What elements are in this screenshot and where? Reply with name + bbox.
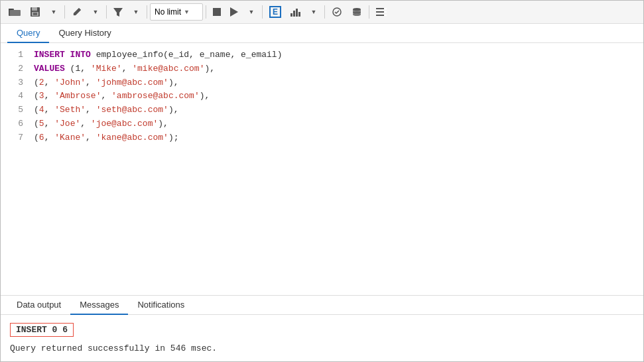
line-number: 4 [7,90,23,103]
tab-query-history[interactable]: Query History [49,24,120,43]
tab-data-output[interactable]: Data output [7,296,70,315]
line-number: 3 [7,76,23,90]
limit-chevron-icon: ▼ [184,9,190,15]
edit-button[interactable] [68,3,86,21]
play-icon [230,7,238,17]
bottom-tabs: Data output Messages Notifications [1,296,643,315]
sep3 [147,5,147,19]
filter-button[interactable] [109,3,127,21]
top-tabs: Query Query History [1,24,643,43]
line-number: 2 [7,62,23,76]
svg-marker-7 [113,8,123,17]
code-editor[interactable]: 1INSERT INTO employee_info(e_id, e_name,… [1,43,643,296]
sep6 [324,5,325,19]
line-content: VALUES (1, 'Mike', 'mike@abc.com'), [34,62,215,76]
chart-chevron-button[interactable]: ▼ [306,3,322,21]
explain-icon: E [269,6,281,18]
limit-label: No limit [155,7,181,17]
explain-button[interactable]: E [265,3,285,21]
sep5 [262,5,263,19]
db-button[interactable] [348,3,366,21]
line-content: (5, 'Joe', 'joe@abc.com'), [34,117,168,131]
save-chevron-button[interactable]: ▼ [46,3,62,21]
line-number: 7 [7,131,23,145]
tab-query[interactable]: Query [7,24,49,43]
sep2 [106,5,107,19]
tab-notifications[interactable]: Notifications [128,296,194,315]
svg-rect-2 [9,9,13,10]
svg-rect-6 [33,13,37,15]
insert-result-badge: INSERT 0 6 [10,323,74,337]
chart-icon [290,7,300,17]
open-folder-button[interactable] [5,3,25,21]
line-number: 5 [7,103,23,117]
line-number: 1 [7,48,23,62]
output-content: INSERT 0 6 Query returned successfully i… [1,315,643,361]
validate-button[interactable] [328,3,346,21]
svg-rect-4 [32,7,37,11]
line-content: INSERT INTO employee_info(e_id, e_name, … [34,48,282,62]
menu-button[interactable] [372,3,391,21]
tab-messages[interactable]: Messages [70,296,128,315]
success-message: Query returned successfully in 546 msec. [10,343,634,353]
toolbar: ▼ ▼ ▼ No limit ▼ [1,1,643,24]
line-content: (3, 'Ambrose', 'ambrose@abc.com'), [34,90,210,103]
svg-point-13 [353,13,361,16]
chart-button[interactable] [287,3,304,21]
line-content: (6, 'Kane', 'kane@abc.com'); [34,131,178,145]
sep7 [369,5,369,19]
line-content: (2, 'John', 'johm@abc.com'), [34,76,178,90]
code-line-6: 6(5, 'Joe', 'joe@abc.com'), [1,117,643,131]
save-button[interactable] [26,3,44,21]
code-line-3: 3(2, 'John', 'johm@abc.com'), [1,76,643,90]
main-window: ▼ ▼ ▼ No limit ▼ [0,0,644,362]
code-line-5: 5(4, 'Seth', 'seth@abc.com'), [1,103,643,117]
output-panel: Data output Messages Notifications INSER… [1,296,643,361]
code-line-4: 4(3, 'Ambrose', 'ambrose@abc.com'), [1,90,643,103]
svg-rect-1 [10,10,21,16]
filter-chevron-button[interactable]: ▼ [128,3,144,21]
run-button[interactable] [226,3,242,21]
sep4 [206,5,206,19]
code-line-2: 2VALUES (1, 'Mike', 'mike@abc.com'), [1,62,643,76]
run-chevron-button[interactable]: ▼ [243,3,259,21]
limit-dropdown[interactable]: No limit ▼ [150,3,203,21]
edit-chevron-button[interactable]: ▼ [88,3,103,21]
code-line-7: 7(6, 'Kane', 'kane@abc.com'); [1,131,643,145]
line-number: 6 [7,117,23,131]
code-line-1: 1INSERT INTO employee_info(e_id, e_name,… [1,48,643,62]
line-content: (4, 'Seth', 'seth@abc.com'), [34,103,178,117]
stop-icon [213,8,221,16]
sep1 [64,5,65,19]
stop-button[interactable] [209,3,225,21]
